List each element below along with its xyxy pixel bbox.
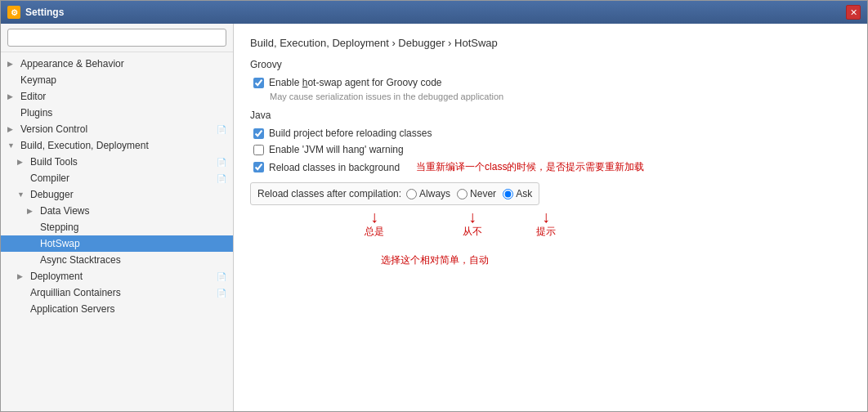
page-icon: 📄 (217, 125, 226, 134)
app-icon: ⚙ (7, 6, 20, 19)
sidebar-item-label: Arquillian Containers (30, 287, 121, 298)
groovy-checkbox-row: Enable hot-swap agent for Groovy code (250, 77, 851, 88)
sidebar-item-label: Stepping (40, 222, 78, 233)
radio-ask-label[interactable]: Ask (516, 188, 532, 199)
search-input[interactable] (7, 29, 226, 47)
expand-icon: ▶ (7, 125, 17, 133)
java-checkbox-2[interactable] (253, 145, 264, 155)
radio-never: Never (457, 188, 496, 199)
sidebar-item-label: Version Control (20, 123, 87, 135)
java-section-title: Java (250, 110, 851, 121)
sidebar-item-deployment[interactable]: ▶ Deployment 📄 (1, 268, 233, 284)
annotation-always: ↓ 总是 (365, 208, 384, 239)
groovy-section-title: Groovy (250, 59, 851, 70)
sidebar-item-version-control[interactable]: ▶ Version Control 📄 (1, 121, 233, 137)
radio-always-label[interactable]: Always (419, 188, 450, 199)
page-icon: 📄 (217, 158, 226, 167)
cn-annotation-reload: 当重新编译一个class的时候，是否提示需要重新加载 (416, 160, 644, 174)
content-area: ▶ Appearance & Behavior Keymap ▶ Editor … (1, 24, 867, 411)
titlebar-left: ⚙ Settings (7, 6, 64, 19)
sidebar-item-label: Plugins (20, 107, 52, 119)
spacer (27, 240, 37, 248)
sidebar-item-debugger[interactable]: ▼ Debugger (1, 186, 233, 203)
expand-icon: ▶ (17, 158, 27, 166)
sidebar: ▶ Appearance & Behavior Keymap ▶ Editor … (1, 24, 234, 411)
expand-icon: ▼ (17, 190, 27, 199)
radio-group: Always Never Ask (406, 188, 532, 199)
sidebar-item-label: Compiler (30, 172, 69, 184)
radio-never-label[interactable]: Never (470, 188, 496, 199)
groovy-checkbox-label: Enable hot-swap agent for Groovy code (269, 77, 441, 88)
sidebar-item-label: Build Tools (30, 156, 78, 168)
sidebar-item-label: Editor (20, 91, 46, 102)
expand-icon: ▶ (7, 92, 17, 101)
radio-always-input[interactable] (406, 189, 417, 199)
sidebar-item-label: Application Servers (30, 303, 114, 315)
spacer (17, 174, 27, 182)
java-checkbox-label-2: Enable 'JVM will hang' warning (269, 144, 404, 155)
groovy-checkbox[interactable] (253, 78, 264, 88)
sidebar-item-arquillian[interactable]: Arquillian Containers 📄 (1, 284, 233, 301)
radio-never-input[interactable] (457, 189, 468, 199)
titlebar: ⚙ Settings ✕ (1, 1, 867, 24)
page-icon: 📄 (217, 272, 226, 281)
java-checkbox-row-1: Build project before reloading classes (250, 128, 851, 139)
expand-icon: ▶ (7, 60, 17, 68)
sidebar-item-data-views[interactable]: ▶ Data Views (1, 203, 233, 219)
sidebar-item-compiler[interactable]: Compiler 📄 (1, 170, 233, 186)
java-checkbox-label-1: Build project before reloading classes (269, 128, 432, 139)
groovy-hint: May cause serialization issues in the de… (270, 92, 851, 101)
close-button[interactable]: ✕ (846, 5, 861, 20)
settings-window: ⚙ Settings ✕ ▶ Appearance & Behavior Key… (0, 0, 868, 412)
sidebar-item-stepping[interactable]: Stepping (1, 219, 233, 235)
sidebar-item-label: Appearance & Behavior (20, 58, 124, 69)
sidebar-item-label: HotSwap (40, 238, 80, 249)
sidebar-item-keymap[interactable]: Keymap (1, 72, 233, 88)
sidebar-item-label: Debugger (30, 189, 74, 200)
java-checkbox-3[interactable] (253, 162, 264, 172)
arrow-down-ask: ↓ (542, 208, 550, 225)
sidebar-item-label: Data Views (40, 205, 89, 217)
expand-icon: ▼ (7, 141, 17, 150)
sidebar-item-label: Deployment (30, 271, 83, 282)
ann-bottom-text: 选择这个相对简单，自动 (381, 253, 489, 267)
sidebar-item-appearance[interactable]: ▶ Appearance & Behavior (1, 56, 233, 72)
sidebar-item-build-tools[interactable]: ▶ Build Tools 📄 (1, 154, 233, 170)
reload-label: Reload classes after compilation: (257, 188, 401, 199)
java-checkbox-1[interactable] (253, 128, 264, 139)
reload-section: Reload classes after compilation: Always… (250, 182, 851, 298)
sidebar-item-hotswap[interactable]: HotSwap (1, 235, 233, 252)
search-box (1, 24, 233, 52)
annotations-area: ↓ 总是 ↓ 从不 ↓ 提示 选择这个相对简单，自动 (250, 208, 851, 298)
reload-row: Reload classes after compilation: Always… (250, 182, 539, 205)
expand-icon: ▶ (27, 207, 37, 215)
java-checkbox-row-3: Reload classes in background (250, 162, 400, 173)
sidebar-item-editor[interactable]: ▶ Editor (1, 88, 233, 105)
ann-text-never: 从不 (463, 225, 482, 239)
ann-text-ask: 提示 (536, 225, 556, 239)
sidebar-item-app-servers[interactable]: Application Servers (1, 301, 233, 317)
main-content: Build, Execution, Deployment › Debugger … (234, 24, 867, 411)
annotation-never: ↓ 从不 (463, 208, 482, 239)
spacer (27, 223, 37, 231)
breadcrumb: Build, Execution, Deployment › Debugger … (250, 37, 851, 49)
page-icon: 📄 (217, 289, 226, 298)
spacer (27, 256, 37, 264)
radio-ask-input[interactable] (503, 189, 513, 199)
sidebar-item-plugins[interactable]: Plugins (1, 105, 233, 121)
sidebar-item-label: Build, Execution, Deployment (20, 140, 149, 151)
arrow-down-always: ↓ (370, 208, 378, 225)
ann-text-always: 总是 (365, 225, 384, 239)
window-title: Settings (25, 7, 64, 18)
radio-ask: Ask (503, 188, 532, 199)
spacer (7, 109, 17, 117)
java-checkbox-row-2: Enable 'JVM will hang' warning (250, 144, 851, 155)
sidebar-item-async[interactable]: Async Stacktraces (1, 252, 233, 268)
java-checkbox-label-3: Reload classes in background (269, 162, 400, 173)
arrow-down-never: ↓ (468, 208, 477, 225)
spacer (17, 289, 27, 297)
sidebar-item-build[interactable]: ▼ Build, Execution, Deployment (1, 137, 233, 154)
tree: ▶ Appearance & Behavior Keymap ▶ Editor … (1, 52, 233, 411)
sidebar-item-label: Async Stacktraces (40, 254, 121, 266)
sidebar-item-label: Keymap (20, 74, 56, 86)
